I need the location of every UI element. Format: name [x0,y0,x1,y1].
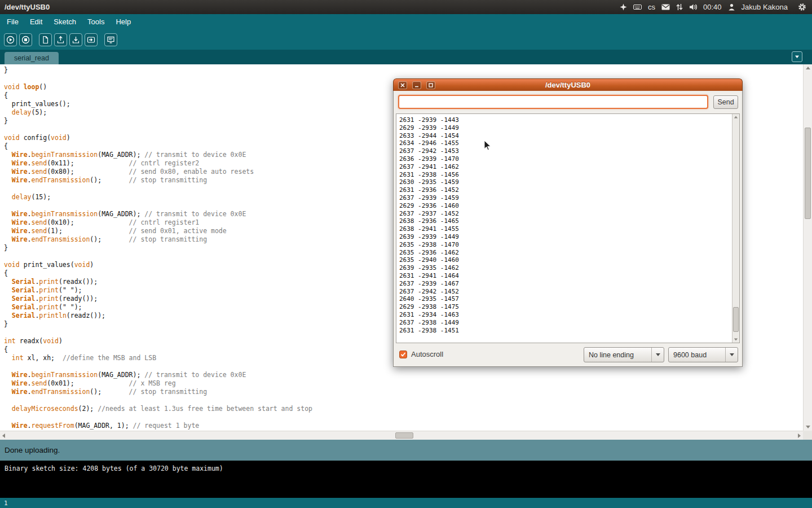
scroll-down-arrow[interactable] [806,426,810,428]
menu-sketch[interactable]: Sketch [48,17,82,26]
console-output: Binary sketch size: 4208 bytes (of a 307… [0,461,812,498]
menu-help[interactable]: Help [110,17,136,26]
autoscroll-label[interactable]: Autoscroll [411,350,443,358]
serial-scroll-up-arrow[interactable] [734,116,738,119]
serial-input[interactable] [398,95,708,109]
serial-line: 2637 -2937 -1452 [399,210,732,218]
serial-output-area[interactable]: 2631 -2939 -14432629 -2939 -14492633 -29… [396,113,740,343]
user-name[interactable]: Jakub Kakona [742,3,788,11]
panel-window-title: /dev/ttyUSB0 [5,3,50,11]
baud-rate-arrow-button[interactable] [725,348,738,362]
window-close-button[interactable] [398,81,407,89]
editor-vertical-scrollbar[interactable] [803,64,812,431]
volume-icon[interactable] [689,3,697,11]
menu-tools[interactable]: Tools [82,17,110,26]
indicator-star-icon[interactable] [620,3,627,11]
tab-menu-button[interactable] [792,51,802,62]
upload-button[interactable] [85,33,98,46]
serial-monitor-title: /dev/ttyUSB0 [394,81,742,89]
console-text: Binary sketch size: 4208 bytes (of a 307… [5,465,223,472]
scroll-right-arrow[interactable] [798,433,801,438]
line-number-indicator: 1 [4,500,8,507]
network-sync-icon[interactable] [676,3,683,11]
serial-line: 2631 -2938 -1456 [399,171,732,179]
stop-button[interactable] [19,33,32,46]
user-icon [728,3,735,11]
session-gear-icon[interactable] [798,3,806,11]
serial-monitor-window: /dev/ttyUSB0 Send 2631 -2939 -14432629 -… [393,78,743,367]
serial-line: 2635 -2936 -1462 [399,249,732,257]
panel-indicators: cs 00:40 Jakub Kakona [620,3,812,11]
autoscroll-checkbox[interactable] [399,351,407,358]
code-line: Wire.send(0x01); // x MSB reg [4,379,803,388]
serial-line: 2629 -2936 -1460 [399,202,732,210]
serial-line: 2631 -2936 -1452 [399,186,732,194]
vertical-scroll-thumb[interactable] [805,128,811,219]
serial-line: 2637 -2939 -1467 [399,280,732,288]
serial-monitor-body: Send 2631 -2939 -14432629 -2939 -1449263… [393,91,743,367]
open-button[interactable] [54,33,67,46]
serial-monitor-titlebar[interactable]: /dev/ttyUSB0 [393,78,743,91]
serial-line: 2639 -2939 -1449 [399,233,732,241]
chevron-down-icon [730,353,734,356]
serial-scroll-down-arrow[interactable] [734,339,738,341]
window-buttons [398,81,435,89]
serial-line: 2635 -2940 -1460 [399,256,732,264]
code-line [4,413,803,422]
line-ending-arrow-button[interactable] [651,348,664,362]
window-maximize-button[interactable] [426,81,435,89]
baud-rate-select[interactable]: 9600 baud [668,347,738,362]
code-line: Wire.requestFrom(MAG_ADDR, 1); // reques… [4,422,803,430]
serial-line: 2631 -2934 -1463 [399,311,732,319]
serial-scrollbar[interactable] [732,114,739,343]
ide-header: File Edit Sketch Tools Help [0,14,812,50]
verify-button[interactable] [4,33,17,46]
horizontal-scroll-thumb[interactable] [395,432,413,439]
window-minimize-button[interactable] [412,81,421,89]
serial-line: 2631 -2941 -1464 [399,272,732,280]
menu-file[interactable]: File [1,17,24,26]
new-sketch-button[interactable] [39,33,52,46]
code-line: Wire.beginTransmission(MAG_ADDR); // tra… [4,371,803,379]
code-line [4,396,803,405]
send-button[interactable]: Send [713,95,738,109]
serial-scroll-thumb[interactable] [733,307,739,332]
menu-edit[interactable]: Edit [24,17,48,26]
menu-bar: File Edit Sketch Tools Help [0,14,812,29]
serial-line: 2638 -2936 -1465 [399,217,732,225]
keyboard-icon[interactable] [633,3,642,11]
save-button[interactable] [69,33,82,46]
code-line: } [4,66,803,75]
serial-line: 2637 -2942 -1453 [399,147,732,155]
status-message: Done uploading. [5,446,60,454]
serial-monitor-controls: Autoscroll No line ending 9600 baud [394,343,742,366]
serial-line: 2636 -2939 -1470 [399,155,732,163]
serial-line: 2629 -2939 -1449 [399,124,732,132]
serial-line: 2637 -2942 -1452 [399,288,732,296]
serial-monitor-button[interactable] [104,33,117,46]
serial-line: 2640 -2935 -1457 [399,295,732,303]
serial-line: 2629 -2938 -1475 [399,303,732,311]
keyboard-layout-label[interactable]: cs [648,3,655,11]
mouse-cursor [484,140,492,154]
mail-icon[interactable] [661,4,670,10]
serial-output: 2631 -2939 -14432629 -2939 -14492633 -29… [396,114,732,343]
serial-line: 2631 -2938 -1451 [399,327,732,335]
serial-line: 2637 -2941 -1462 [399,163,732,171]
code-line: Wire.endTransmission(); // stop transmit… [4,388,803,396]
screen: /dev/ttyUSB0 cs 00:40 Jakub Kakona [0,0,812,508]
baud-rate-value: 9600 baud [669,348,725,362]
line-ending-select[interactable]: No line ending [584,347,664,362]
footer-bar: 1 [0,498,812,508]
scroll-left-arrow[interactable] [2,433,5,438]
clock[interactable]: 00:40 [703,3,722,11]
serial-line: 2631 -2939 -1443 [399,116,732,124]
serial-line: 2637 -2938 -1449 [399,319,732,327]
scroll-up-arrow[interactable] [806,67,810,69]
status-bar: Done uploading. [0,440,812,461]
serial-line: 2639 -2935 -1462 [399,264,732,272]
line-ending-value: No line ending [584,348,651,362]
scrollbar-corner [803,431,812,440]
editor-horizontal-scrollbar[interactable] [0,431,803,440]
tab-serial-read[interactable]: serial_read [5,52,59,64]
